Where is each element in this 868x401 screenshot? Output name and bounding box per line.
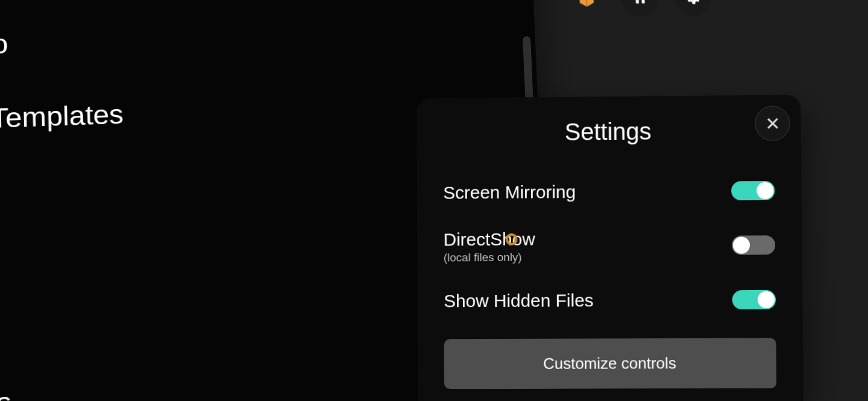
settings-panel: ✕ Settings Screen Mirroring DirectShow (… xyxy=(417,95,804,401)
gear-icon xyxy=(684,0,702,7)
toggle-knob xyxy=(733,237,750,254)
file-list: o Demo Office Templates er ey kHub nalyt… xyxy=(0,27,131,401)
customize-controls-button[interactable]: Customize controls xyxy=(444,338,777,389)
pause-icon xyxy=(631,0,650,7)
toolbar xyxy=(567,0,712,19)
setting-label: Show Hidden Files xyxy=(444,290,594,311)
list-item[interactable]: kHub xyxy=(0,303,130,349)
toggle-screen-mirroring[interactable] xyxy=(731,181,775,201)
setting-sublabel: (local files only) xyxy=(444,251,535,265)
pause-button[interactable] xyxy=(620,0,660,17)
toggle-knob xyxy=(756,182,773,199)
box-icon xyxy=(577,0,596,8)
list-item[interactable]: nalytics xyxy=(0,377,131,401)
setting-row-hidden-files: Show Hidden Files xyxy=(444,276,776,325)
toggle-directshow[interactable] xyxy=(732,235,776,255)
svg-rect-1 xyxy=(641,0,645,4)
package-button[interactable] xyxy=(567,0,607,19)
list-item[interactable]: o Demo xyxy=(0,27,122,62)
panel-title: Settings xyxy=(443,117,775,147)
list-item[interactable]: ey xyxy=(0,245,128,289)
setting-row-screen-mirroring: Screen Mirroring xyxy=(443,167,775,216)
toggle-knob xyxy=(758,291,775,308)
setting-label: Screen Mirroring xyxy=(443,182,576,203)
settings-button[interactable] xyxy=(673,0,712,17)
close-button[interactable]: ✕ xyxy=(755,106,790,141)
list-item[interactable]: er xyxy=(0,172,126,212)
list-item[interactable]: Office Templates xyxy=(0,99,124,137)
setting-row-directshow: DirectShow (local files only) xyxy=(444,214,776,277)
toggle-hidden-files[interactable] xyxy=(732,290,776,310)
svg-rect-0 xyxy=(635,0,639,4)
setting-label: DirectShow xyxy=(444,229,535,250)
